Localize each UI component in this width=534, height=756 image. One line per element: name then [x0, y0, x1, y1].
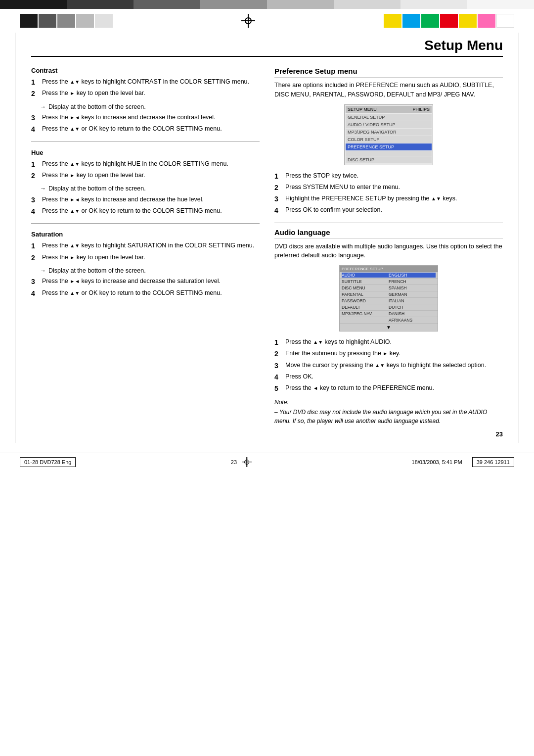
step-text: Press the ▲▼ or OK key to return to the … — [42, 288, 260, 298]
audio-row-disc-menu: DISC MENU SPANISH — [340, 285, 438, 291]
tri-left-icon: ◄ — [75, 197, 80, 202]
right-color-blocks — [384, 14, 514, 28]
step-text: Press the ▲▼ keys to highlight AUDIO. — [285, 337, 503, 347]
color-seg-8 — [467, 0, 534, 9]
audio-table-header: PREFERENCE SETUP — [340, 266, 438, 272]
color-block-pink — [478, 14, 495, 28]
step-num: 3 — [31, 113, 40, 123]
tri-down-icon: ▼ — [75, 243, 80, 248]
audio-row-audio: AUDIO ENGLISH — [340, 272, 438, 279]
step-num: 2 — [31, 171, 40, 181]
contrast-heading: Contrast — [31, 67, 260, 74]
screen-row-preference: PREFERENCE SETUP — [346, 143, 432, 150]
barcode-text: 39 246 12911 — [477, 459, 510, 465]
audio-header-title: PREFERENCE SETUP — [342, 267, 436, 271]
top-color-bar — [0, 0, 534, 9]
gray-block-1 — [20, 14, 38, 28]
footer-crosshair-icon — [242, 457, 252, 467]
tri-right-icon: ► — [70, 197, 75, 202]
audio-row-left: MP3/JPEG NAV. — [342, 311, 389, 316]
audio-steps: 1 Press the ▲▼ keys to highlight AUDIO. … — [274, 337, 503, 393]
contrast-step-4: 4 Press the ▲▼ or OK key to return to th… — [31, 124, 260, 134]
left-color-blocks — [20, 14, 113, 28]
screen-row-audio-video: AUDIO / VIDEO SETUP — [346, 121, 432, 128]
step-text: Press the ▲▼ keys to highlight SATURATIO… — [42, 241, 260, 251]
note-section: Note: – Your DVD disc may not include th… — [274, 399, 503, 425]
step-num: 3 — [274, 361, 283, 371]
step-text: Press the STOP key twice. — [285, 171, 503, 181]
step-text: Press the ▲▼ keys to highlight CONTRAST … — [42, 77, 260, 87]
footer-left: 01-28 DVD728 Eng — [20, 457, 76, 467]
color-seg-4 — [200, 0, 267, 9]
audio-row-right: SPANISH — [389, 285, 436, 290]
tri-up-icon: ▲ — [70, 290, 75, 296]
step-text: Press the ► key to open the level bar. — [42, 89, 260, 98]
step-text: Press the ▲▼ or OK key to return to the … — [42, 206, 260, 216]
saturation-steps-2: 3 Press the ►◄ keys to increase and decr… — [31, 277, 260, 298]
center-area — [113, 14, 384, 28]
step-num: 3 — [31, 277, 40, 286]
tri-down-icon: ▼ — [436, 196, 441, 201]
audio-row-left — [342, 318, 389, 323]
audio-row-right: ITALIAN — [389, 298, 436, 303]
two-column-layout: Contrast 1 Press the ▲▼ keys to highligh… — [31, 67, 503, 438]
audio-step-1: 1 Press the ▲▼ keys to highlight AUDIO. — [274, 337, 503, 347]
hue-step-4: 4 Press the ▲▼ or OK key to return to th… — [31, 206, 260, 216]
step-text: Press the ◄ key to return to the PREFERE… — [285, 383, 503, 393]
pref-step-1: 1 Press the STOP key twice. — [274, 171, 503, 181]
saturation-step-2: 2 Press the ► key to open the level bar. — [31, 253, 260, 263]
audio-step-2: 2 Enter the submenu by pressing the ► ke… — [274, 349, 503, 359]
hue-arrow-1: Display at the bottom of the screen. — [40, 185, 260, 193]
screen-title-left: SETUP MENU — [348, 107, 377, 112]
gray-block-5 — [95, 14, 113, 28]
audio-row-left: DEFAULT — [342, 305, 389, 310]
note-text: – Your DVD disc may not include the audi… — [274, 408, 503, 425]
tri-left-icon: ◄ — [75, 279, 80, 284]
tri-down-icon: ▼ — [318, 339, 323, 345]
tri-up-icon: ▲ — [70, 126, 75, 132]
step-num: 3 — [274, 194, 283, 204]
step-text: Press the ▲▼ keys to highlight HUE in th… — [42, 159, 260, 169]
hue-steps: 1 Press the ▲▼ keys to highlight HUE in … — [31, 159, 260, 181]
contrast-step-2: 2 Press the ► key to open the level bar. — [31, 89, 260, 98]
color-block-green — [421, 14, 439, 28]
step-num: 1 — [31, 241, 40, 251]
step-text: Press the ▲▼ or OK key to return to the … — [42, 124, 260, 134]
crosshair-circle — [245, 17, 252, 24]
step-num: 1 — [274, 171, 283, 181]
step-text: Highlight the PREFERENCE SETUP by pressi… — [285, 194, 503, 204]
step-text: Move the cursor by pressing the ▲▼ keys … — [285, 361, 503, 371]
page-wrapper: Setup Menu Contrast 1 Press the ▲▼ keys … — [0, 33, 534, 443]
color-seg-5 — [267, 0, 334, 9]
saturation-step-3: 3 Press the ►◄ keys to increase and decr… — [31, 277, 260, 286]
step-num: 1 — [31, 159, 40, 169]
divider-1 — [31, 142, 260, 142]
step-text: Press the ► key to open the level bar. — [42, 171, 260, 181]
saturation-arrow-1: Display at the bottom of the screen. — [40, 267, 260, 276]
tri-up-icon: ▲ — [70, 243, 75, 248]
audio-down-arrow: ▼ — [340, 324, 438, 331]
tri-down-icon: ▼ — [75, 126, 80, 132]
tri-down-icon: ▼ — [75, 208, 80, 214]
color-seg-6 — [334, 0, 400, 9]
step-text: Press SYSTEM MENU to enter the menu. — [285, 183, 503, 192]
footer-right-area: 18/03/2003, 5:41 PM 39 246 12911 — [412, 457, 514, 467]
page-number: 23 — [274, 430, 503, 438]
preference-screen-mockup: SETUP MENU PHILIPS GENERAL SETUP AUDIO /… — [344, 104, 433, 165]
step-num: 2 — [31, 89, 40, 98]
audio-row-right: FRENCH — [389, 279, 436, 284]
left-border — [15, 33, 16, 443]
audio-row-default: DEFAULT DUTCH — [340, 304, 438, 311]
right-border — [518, 33, 519, 443]
color-seg-1 — [0, 0, 67, 9]
gray-block-2 — [39, 14, 56, 28]
tri-up-icon: ▲ — [70, 161, 75, 167]
step-num: 1 — [274, 337, 283, 347]
gray-block-4 — [76, 14, 94, 28]
left-column: Contrast 1 Press the ▲▼ keys to highligh… — [31, 67, 260, 438]
tri-right-icon: ► — [70, 91, 75, 96]
screen-row-color: COLOR SETUP — [346, 136, 432, 143]
page-title: Setup Menu — [31, 38, 503, 57]
footer-barcode: 39 246 12911 — [472, 457, 514, 467]
contrast-step-1: 1 Press the ▲▼ keys to highlight CONTRAS… — [31, 77, 260, 87]
